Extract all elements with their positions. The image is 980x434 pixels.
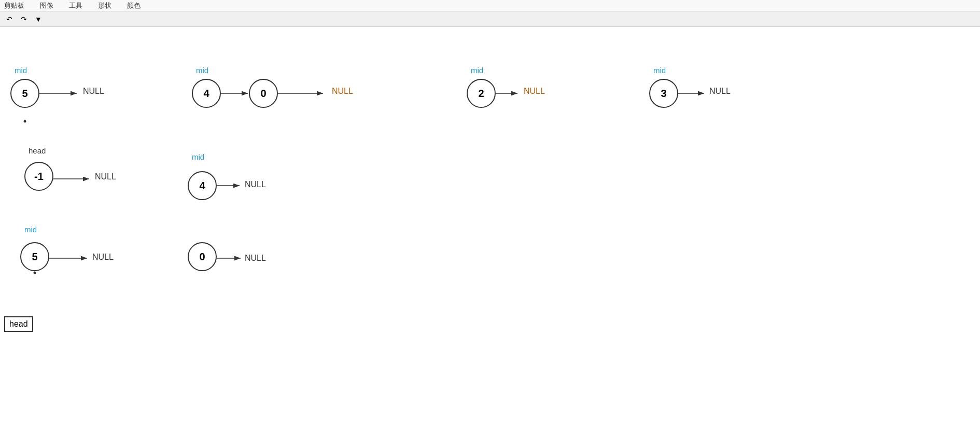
node-4-row1: 4 [192,79,221,108]
label-mid-row1-n5: mid [653,66,666,75]
canvas-area: mid 5 mid 4 0 NULL NULL mid 2 NULL mid 3… [0,27,980,434]
dropdown-button[interactable]: ▼ [32,13,45,25]
svg-point-10 [24,120,26,123]
head-box: head [4,316,33,332]
node-5-row1: 5 [10,79,39,108]
null-row1-n2: NULL [332,87,353,96]
undo-button[interactable]: ↶ [3,13,16,25]
null-row2-right: NULL [245,180,266,189]
label-mid-row2-right: mid [192,152,204,161]
node-4-row2-right: 4 [188,171,217,200]
node-3-row1: 3 [649,79,678,108]
toolbar: ↶ ↷ ▼ [0,11,980,27]
menu-clipboard[interactable]: 剪贴板 [4,1,24,10]
node-2-row1: 2 [467,79,496,108]
label-mid-row1-n1: mid [15,66,27,75]
null-row3-right: NULL [245,254,266,263]
node-0-row3-right: 0 [188,242,217,271]
menu-tools[interactable]: 工具 [69,1,82,10]
label-mid-row1-n2: mid [196,66,208,75]
label-mid-row3-n1: mid [24,225,37,234]
menu-bar: 剪贴板 图像 工具 形状 颜色 [0,0,980,11]
redo-button[interactable]: ↷ [18,13,30,25]
svg-point-11 [34,272,36,274]
menu-colors[interactable]: 颜色 [127,1,141,10]
label-mid-row1-n4: mid [471,66,483,75]
label-head-row2-n1: head [29,146,46,155]
null-row2-n1: NULL [95,172,116,181]
node-5-row3: 5 [20,242,49,271]
node-neg1-row2: -1 [24,162,53,191]
null-row1-n5: NULL [709,87,731,96]
null-row1-n4: NULL [524,87,545,96]
menu-shapes[interactable]: 形状 [98,1,111,10]
node-0-row1: 0 [249,79,278,108]
null-row3-n1: NULL [92,253,114,262]
null-row1-n1: NULL [83,87,104,96]
menu-image[interactable]: 图像 [40,1,53,10]
